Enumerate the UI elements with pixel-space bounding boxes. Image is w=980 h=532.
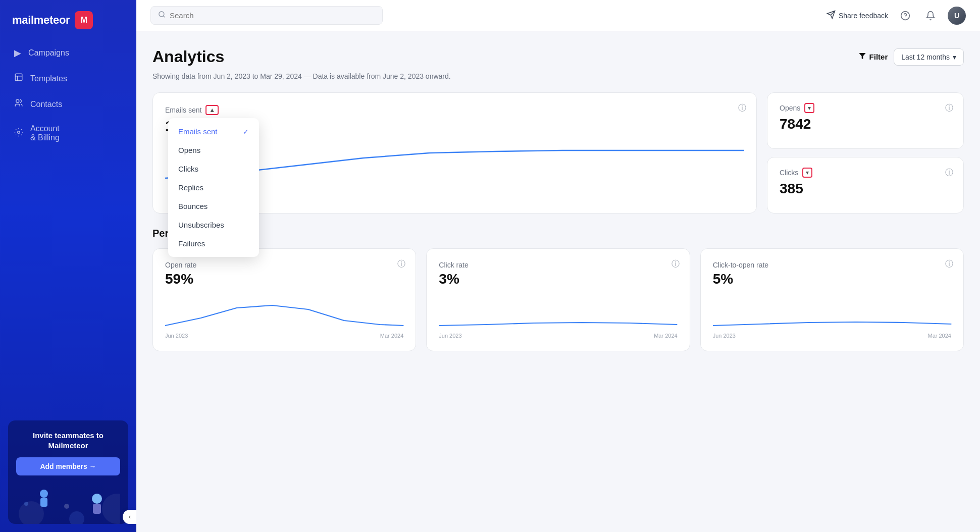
click-rate-label: Click rate <box>439 261 677 269</box>
main-content: Share feedback U Analytics <box>136 0 980 532</box>
share-feedback-button[interactable]: Share feedback <box>827 10 888 21</box>
emails-sent-label: Emails sent <box>165 106 201 114</box>
opens-card: Opens ▾ 7842 ⓘ <box>767 92 964 149</box>
page-title: Analytics <box>152 47 224 66</box>
click-rate-value: 3% <box>439 271 677 287</box>
svg-point-7 <box>69 511 84 524</box>
clicks-value: 385 <box>780 181 951 197</box>
open-rate-chart <box>165 295 403 331</box>
templates-icon <box>14 73 23 84</box>
svg-rect-11 <box>93 504 101 514</box>
period-selector[interactable]: Last 12 months ▾ <box>894 48 964 66</box>
sidebar-item-label: Account& Billing <box>30 124 60 142</box>
filter-button[interactable]: Filter <box>858 52 888 62</box>
cto-rate-label: Click-to-open rate <box>713 261 951 269</box>
dropdown-item-clicks[interactable]: Clicks <box>168 159 259 178</box>
open-rate-info-icon[interactable]: ⓘ <box>397 259 405 270</box>
svg-point-3 <box>16 99 19 102</box>
dropdown-item-unsubscribes[interactable]: Unsubscribes <box>168 216 259 234</box>
dropdown-item-replies[interactable]: Replies <box>168 178 259 197</box>
contacts-icon <box>14 98 23 110</box>
chevron-up-icon: ▲ <box>209 107 215 114</box>
clicks-label: Clicks <box>780 169 798 177</box>
click-rate-chart <box>439 295 677 331</box>
open-rate-chart-labels: Jun 2023 Mar 2024 <box>165 333 403 339</box>
cto-rate-info-icon[interactable]: ⓘ <box>945 259 953 270</box>
stats-row: Emails sent ▲ 13046 ⓘ Emails sent <box>152 92 964 214</box>
svg-rect-0 <box>15 74 22 81</box>
dropdown-item-bounces[interactable]: Bounces <box>168 197 259 216</box>
svg-point-10 <box>92 494 102 504</box>
campaigns-icon: ▶ <box>14 47 21 59</box>
performances-grid: ⓘ Open rate 59% Jun 2023 Mar 2024 <box>152 248 964 351</box>
click-rate-chart-labels: Jun 2023 Mar 2024 <box>439 333 677 339</box>
open-rate-label: Open rate <box>165 261 403 269</box>
sidebar-nav: ▶ Campaigns Templates Contacts <box>0 41 136 148</box>
invite-panel: Invite teammates to Mailmeteor Add membe… <box>8 420 128 524</box>
opens-dropdown-button[interactable]: ▾ <box>804 103 814 113</box>
performances-title: Performances <box>152 228 964 239</box>
sidebar: mailmeteor M ▶ Campaigns Templates <box>0 0 136 532</box>
emails-sent-card: Emails sent ▲ 13046 ⓘ Emails sent <box>152 92 757 214</box>
sidebar-item-label: Templates <box>30 74 67 83</box>
cto-rate-chart-labels: Jun 2023 Mar 2024 <box>713 333 951 339</box>
search-input[interactable] <box>170 11 375 20</box>
chevron-down-icon: ▾ <box>953 53 956 61</box>
clicks-info-icon[interactable]: ⓘ <box>945 168 953 178</box>
help-button[interactable] <box>897 8 913 24</box>
emails-sent-dropdown: Emails sent ✓ Opens Clicks Replies Bounc… <box>168 118 259 257</box>
header-actions: Filter Last 12 months ▾ <box>858 48 964 66</box>
sidebar-item-campaigns[interactable]: ▶ Campaigns <box>6 41 130 65</box>
open-rate-value: 59% <box>165 271 403 287</box>
page-header: Analytics Filter Last 12 months ▾ <box>152 47 964 66</box>
click-to-open-rate-card: ⓘ Click-to-open rate 5% Jun 2023 Mar 202… <box>700 248 964 351</box>
emails-sent-info-icon[interactable]: ⓘ <box>738 103 746 114</box>
sidebar-item-templates[interactable]: Templates <box>6 67 130 90</box>
svg-point-4 <box>18 131 20 133</box>
logo-icon: M <box>75 11 93 29</box>
opens-info-icon[interactable]: ⓘ <box>945 103 953 114</box>
search-box[interactable] <box>150 6 383 25</box>
clicks-card: Clicks ▾ 385 ⓘ <box>767 157 964 214</box>
chevron-down-icon: ▾ <box>808 104 811 112</box>
right-stats: Opens ▾ 7842 ⓘ Clicks ▾ <box>767 92 964 214</box>
svg-point-8 <box>40 490 48 498</box>
topbar: Share feedback U <box>136 0 980 31</box>
stat-label-row: Emails sent ▲ <box>165 105 744 115</box>
emails-sent-dropdown-button[interactable]: ▲ <box>205 105 219 115</box>
dropdown-item-emails-sent[interactable]: Emails sent ✓ <box>168 122 259 141</box>
svg-line-16 <box>163 16 165 17</box>
data-range-text: Showing data from Jun 2, 2023 to Mar 29,… <box>152 72 964 80</box>
svg-point-15 <box>159 12 164 17</box>
opens-label: Opens <box>780 104 800 112</box>
chevron-down-icon: ▾ <box>806 169 809 176</box>
open-rate-card: ⓘ Open rate 59% Jun 2023 Mar 2024 <box>152 248 416 351</box>
analytics-content: Analytics Filter Last 12 months ▾ Showin… <box>136 31 980 532</box>
sidebar-collapse-button[interactable]: ‹ <box>123 510 136 524</box>
svg-point-5 <box>19 501 44 524</box>
svg-point-6 <box>102 494 120 524</box>
dropdown-item-failures[interactable]: Failures <box>168 234 259 253</box>
avatar[interactable]: U <box>948 7 966 25</box>
topbar-right: Share feedback U <box>827 7 966 25</box>
invite-title: Invite teammates to Mailmeteor <box>16 431 120 450</box>
search-icon <box>158 11 166 20</box>
filter-icon <box>858 52 866 62</box>
notifications-button[interactable] <box>922 8 939 24</box>
performances-section: Performances ⓘ Open rate 59% Jun 2023 Ma… <box>152 228 964 351</box>
invite-illustration <box>16 484 120 524</box>
sidebar-item-label: Campaigns <box>28 48 69 58</box>
account-billing-icon <box>14 128 23 139</box>
click-rate-card: ⓘ Click rate 3% Jun 2023 Mar 2024 <box>426 248 690 351</box>
svg-point-12 <box>64 504 69 509</box>
sidebar-item-contacts[interactable]: Contacts <box>6 92 130 116</box>
cto-rate-chart <box>713 295 951 331</box>
clicks-dropdown-button[interactable]: ▾ <box>802 168 812 178</box>
opens-value: 7842 <box>780 116 951 132</box>
sidebar-item-label: Contacts <box>30 100 62 109</box>
sidebar-item-account-billing[interactable]: Account& Billing <box>6 118 130 148</box>
dropdown-item-opens[interactable]: Opens <box>168 141 259 159</box>
click-rate-info-icon[interactable]: ⓘ <box>672 259 680 270</box>
add-members-button[interactable]: Add members → <box>16 457 120 475</box>
check-icon: ✓ <box>243 128 249 136</box>
